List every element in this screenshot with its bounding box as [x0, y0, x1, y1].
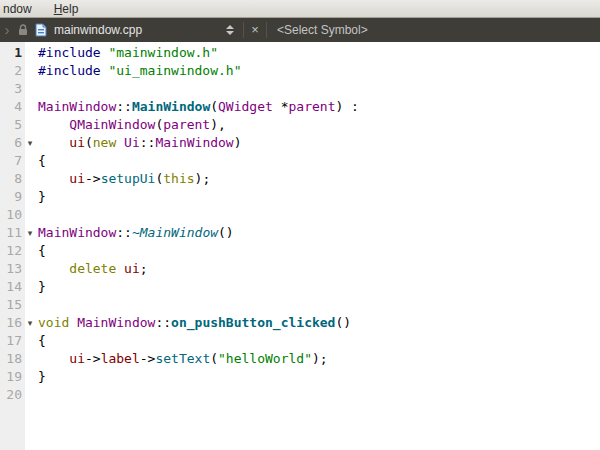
token-text: :: [140, 135, 156, 150]
fold-marker-icon[interactable]: ▾ [22, 314, 38, 332]
token-text: } [38, 279, 46, 294]
code-line[interactable]: 1#include "mainwindow.h" [0, 44, 600, 62]
fold-marker-icon[interactable]: ▾ [22, 224, 38, 242]
code-text: delete ui; [38, 260, 600, 278]
line-number[interactable]: 6 [0, 134, 22, 152]
token-function: ~MainWindow [132, 225, 218, 240]
token-text: :: [155, 315, 171, 330]
token-text: { [38, 153, 46, 168]
line-number[interactable]: 14 [0, 278, 22, 296]
code-text [38, 206, 600, 224]
token-text: ) : [335, 99, 358, 114]
token-function: MainWindow [132, 99, 210, 114]
token-text [116, 135, 124, 150]
line-number[interactable]: 1 [0, 44, 22, 62]
code-text: #include "ui_mainwindow.h" [38, 62, 600, 80]
line-number[interactable]: 15 [0, 296, 22, 314]
code-line[interactable]: 20 [0, 386, 600, 404]
code-line[interactable]: 18 ui->label->setText("helloWorld"); [0, 350, 600, 368]
token-text: { [38, 333, 46, 348]
code-line[interactable]: 5 QMainWindow(parent), [0, 116, 600, 134]
token-text: :: [116, 99, 132, 114]
code-line[interactable]: 11▾MainWindow::~MainWindow() [0, 224, 600, 242]
token-field: ui [69, 351, 85, 366]
code-line[interactable]: 17{ [0, 332, 600, 350]
line-number[interactable]: 19 [0, 368, 22, 386]
code-text: ui->label->setText("helloWorld"); [38, 350, 600, 368]
menu-item-help[interactable]: Help [52, 2, 81, 16]
line-number[interactable]: 11 [0, 224, 22, 242]
token-function: on_pushButton_clicked [171, 315, 335, 330]
code-line[interactable]: 4MainWindow::MainWindow(QWidget *parent)… [0, 98, 600, 116]
symbol-selector-dropdown[interactable]: <Select Symbol> [277, 23, 368, 37]
cpp-file-icon [32, 23, 50, 37]
token-text [38, 261, 69, 276]
code-line[interactable]: 7{ [0, 152, 600, 170]
code-text [38, 80, 600, 98]
code-text: { [38, 152, 600, 170]
code-editor[interactable]: 1#include "mainwindow.h"2#include "ui_ma… [0, 42, 600, 450]
token-text: ); [312, 351, 328, 366]
code-line[interactable]: 6▾ ui(new Ui::MainWindow) [0, 134, 600, 152]
token-text: ); [195, 171, 211, 186]
code-line[interactable]: 13 delete ui; [0, 260, 600, 278]
lock-icon[interactable] [14, 24, 32, 36]
fold-column [22, 242, 38, 260]
line-number[interactable]: 18 [0, 350, 22, 368]
code-line[interactable]: 16▾void MainWindow::on_pushButton_clicke… [0, 314, 600, 332]
fold-column [22, 116, 38, 134]
code-text: } [38, 368, 600, 386]
line-number[interactable]: 16 [0, 314, 22, 332]
code-line[interactable]: 15 [0, 296, 600, 314]
line-number[interactable]: 12 [0, 242, 22, 260]
token-text: ) [234, 135, 242, 150]
line-number[interactable]: 2 [0, 62, 22, 80]
token-text: ( [85, 135, 93, 150]
token-text: ; [140, 261, 148, 276]
code-text: MainWindow::~MainWindow() [38, 224, 600, 242]
line-number[interactable]: 5 [0, 116, 22, 134]
code-line[interactable]: 2#include "ui_mainwindow.h" [0, 62, 600, 80]
token-text: } [38, 369, 46, 384]
code-line[interactable]: 3 [0, 80, 600, 98]
code-line[interactable]: 8 ui->setupUi(this); [0, 170, 600, 188]
token-local: parent [289, 99, 336, 114]
nav-forward-icon[interactable]: › [0, 19, 14, 41]
fold-column [22, 386, 38, 404]
line-number[interactable]: 13 [0, 260, 22, 278]
code-area[interactable]: 1#include "mainwindow.h"2#include "ui_ma… [0, 42, 600, 404]
line-number[interactable]: 17 [0, 332, 22, 350]
code-line[interactable]: 9} [0, 188, 600, 206]
token-string: "mainwindow.h" [108, 45, 218, 60]
line-number[interactable]: 10 [0, 206, 22, 224]
code-text: ui(new Ui::MainWindow) [38, 134, 600, 152]
token-text: ( [210, 99, 218, 114]
updown-arrows-icon[interactable] [222, 25, 238, 35]
token-keyword: void [38, 315, 69, 330]
line-number[interactable]: 8 [0, 170, 22, 188]
token-local: parent [163, 117, 210, 132]
code-text: MainWindow::MainWindow(QWidget *parent) … [38, 98, 600, 116]
code-line[interactable]: 10 [0, 206, 600, 224]
line-number[interactable]: 4 [0, 98, 22, 116]
line-number[interactable]: 20 [0, 386, 22, 404]
line-number[interactable]: 9 [0, 188, 22, 206]
code-line[interactable]: 14} [0, 278, 600, 296]
code-text: { [38, 242, 600, 260]
open-file-tab[interactable]: mainwindow.cpp [54, 23, 222, 37]
token-function: setupUi [101, 171, 156, 186]
code-line[interactable]: 19} [0, 368, 600, 386]
fold-marker-icon[interactable]: ▾ [22, 134, 38, 152]
token-string: "helloWorld" [218, 351, 312, 366]
token-text [38, 117, 69, 132]
token-type: QWidget [218, 99, 273, 114]
code-text: void MainWindow::on_pushButton_clicked() [38, 314, 600, 332]
close-icon[interactable]: × [249, 19, 261, 41]
menu-item-window[interactable]: ndow [1, 2, 34, 16]
line-number[interactable]: 7 [0, 152, 22, 170]
code-line[interactable]: 12{ [0, 242, 600, 260]
code-text [38, 296, 600, 314]
token-text: { [38, 243, 46, 258]
token-string: "ui_mainwindow.h" [108, 63, 241, 78]
line-number[interactable]: 3 [0, 80, 22, 98]
